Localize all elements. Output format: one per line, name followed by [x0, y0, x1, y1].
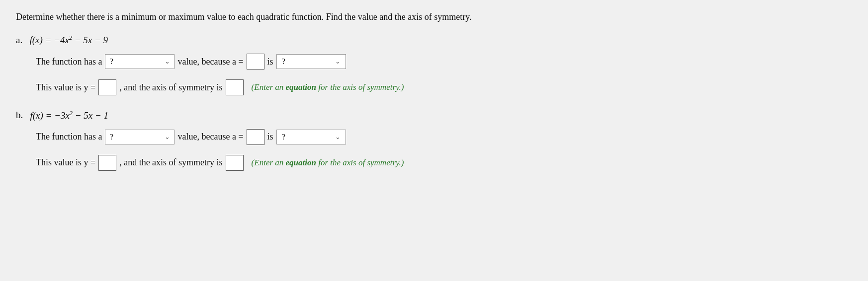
axis-input-b[interactable]: [226, 155, 244, 171]
function-type-dropdown-a[interactable]: ? ⌄: [105, 54, 174, 69]
instructions: Determine whether there is a minimum or …: [16, 12, 852, 22]
problem-b-function: f(x) = −3x2 − 5x − 1: [28, 110, 108, 121]
row1-middle-b: value, because a =: [177, 132, 243, 142]
row2-prefix-b: This value is y =: [36, 157, 95, 168]
problem-b: b. f(x) = −3x2 − 5x − 1 The function has…: [16, 109, 852, 170]
function-type-value-a: ?: [109, 57, 113, 67]
row1-prefix-b: The function has a: [36, 132, 102, 142]
sign-dropdown-b[interactable]: ? ⌄: [276, 130, 346, 144]
row1-prefix-a: The function has a: [36, 57, 102, 67]
row2-middle-a: , and the axis of symmetry is: [119, 82, 222, 93]
row2-prefix-a: This value is y =: [36, 82, 95, 93]
hint-a: (Enter an equation for the axis of symme…: [252, 82, 404, 92]
problem-a-row1: The function has a ? ⌄ value, because a …: [36, 54, 852, 70]
hint-b: (Enter an equation for the axis of symme…: [252, 158, 404, 168]
a-value-input-b[interactable]: [247, 129, 264, 145]
row1-is-b: is: [267, 132, 273, 142]
chevron-down-icon-a2: ⌄: [331, 58, 341, 66]
problem-b-row1: The function has a ? ⌄ value, because a …: [36, 129, 852, 145]
row2-middle-b: , and the axis of symmetry is: [119, 157, 222, 168]
sign-value-a: ?: [282, 57, 286, 67]
problem-a-row2: This value is y = , and the axis of symm…: [36, 79, 852, 95]
problem-b-row2: This value is y = , and the axis of symm…: [36, 155, 852, 171]
chevron-down-icon-b2: ⌄: [331, 133, 341, 141]
problem-a: a. f(x) = −4x2 − 5x − 9 The function has…: [16, 34, 852, 95]
problem-b-prefix: b.: [16, 110, 23, 121]
problem-a-prefix: a.: [16, 35, 22, 45]
problem-b-label: b. f(x) = −3x2 − 5x − 1: [16, 109, 852, 121]
row1-middle-a: value, because a =: [177, 57, 243, 67]
sign-dropdown-a[interactable]: ? ⌄: [276, 54, 346, 69]
a-value-input-a[interactable]: [247, 54, 264, 70]
function-type-value-b: ?: [109, 132, 113, 142]
function-type-dropdown-b[interactable]: ? ⌄: [105, 130, 174, 144]
y-value-input-a[interactable]: [98, 79, 116, 95]
problem-a-label: a. f(x) = −4x2 − 5x − 9: [16, 34, 852, 46]
sign-value-b: ?: [282, 132, 286, 142]
axis-input-a[interactable]: [226, 79, 244, 95]
row1-is-a: is: [267, 57, 273, 67]
chevron-down-icon-b1: ⌄: [161, 133, 170, 141]
chevron-down-icon-a1: ⌄: [161, 58, 170, 66]
problem-a-function: f(x) = −4x2 − 5x − 9: [27, 35, 108, 45]
y-value-input-b[interactable]: [98, 155, 116, 171]
